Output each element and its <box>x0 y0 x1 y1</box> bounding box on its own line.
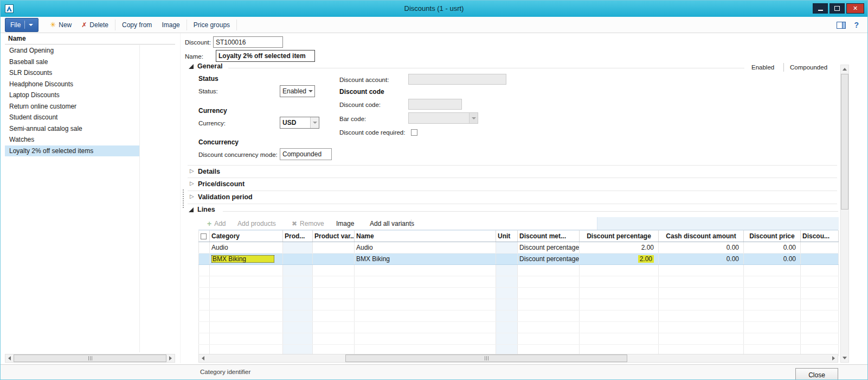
scroll-right-icon[interactable] <box>830 354 838 362</box>
table-row-empty[interactable] <box>199 265 839 276</box>
name-field[interactable]: Loyalty 2% off selected item <box>216 50 315 62</box>
select-all-cell[interactable] <box>199 231 210 242</box>
concurrency-mode-field[interactable]: Compounded <box>280 148 332 160</box>
scroll-down-icon[interactable] <box>841 354 848 362</box>
table-row-bmx-biking[interactable]: BMX Biking BMX Biking Discount percentag… <box>199 254 839 265</box>
table-row-empty[interactable] <box>199 311 839 322</box>
cell-name[interactable]: BMX Biking <box>355 254 496 265</box>
layout-pane-icon[interactable] <box>837 22 846 29</box>
discount-account-field[interactable] <box>408 74 506 85</box>
col-discount-method[interactable]: Discount met... <box>518 231 580 242</box>
table-row-empty[interactable] <box>199 299 839 311</box>
line-image-button[interactable]: Image <box>336 217 354 230</box>
scrollbar-thumb[interactable] <box>345 354 627 362</box>
table-row-empty[interactable] <box>199 322 839 333</box>
highlighted-percentage-value[interactable]: 2.00 <box>638 255 654 263</box>
sidebar-horizontal-scrollbar[interactable] <box>5 354 175 363</box>
row-select-cell[interactable] <box>199 254 210 265</box>
cell-discount-percentage[interactable]: 2.00 <box>580 242 659 254</box>
table-row-empty[interactable] <box>199 333 839 345</box>
table-row-empty[interactable] <box>199 276 839 288</box>
sidebar-item-student-discount[interactable]: Student discount <box>5 112 139 123</box>
status-dropdown[interactable]: Enabled <box>280 85 315 97</box>
cell-category[interactable]: BMX Biking <box>210 254 283 265</box>
help-icon[interactable]: ? <box>854 21 859 29</box>
col-discount-percentage[interactable]: Discount percentage <box>580 231 659 242</box>
image-button[interactable]: Image <box>157 18 184 31</box>
chevron-down-icon[interactable] <box>306 86 314 97</box>
scroll-up-icon[interactable] <box>841 65 848 73</box>
cell-product-variant[interactable] <box>313 254 355 265</box>
table-row-audio[interactable]: Audio Audio Discount percentage 2.00 0.0… <box>199 242 839 254</box>
add-line-button[interactable]: + Add <box>207 217 226 230</box>
cell-discount-price[interactable]: 0.00 <box>744 242 801 254</box>
bar-code-dropdown[interactable] <box>408 112 478 124</box>
minimize-button[interactable] <box>813 3 828 14</box>
scrollbar-thumb[interactable] <box>14 354 166 362</box>
sidebar-item-headphone-discounts[interactable]: Headphone Discounts <box>5 79 139 90</box>
section-validation-period[interactable]: ▷ Validation period <box>188 191 837 204</box>
general-expander-icon[interactable] <box>189 64 194 69</box>
new-button[interactable]: ✳ New <box>45 18 76 31</box>
cell-discount-percentage[interactable]: 2.00 <box>580 254 659 265</box>
col-category[interactable]: Category <box>210 231 283 242</box>
file-menu-button[interactable]: File <box>5 18 38 32</box>
validation-period-expander-icon[interactable]: ▷ <box>190 194 194 199</box>
sidebar-item-semi-annual-catalog-sale[interactable]: Semi-annual catalog sale <box>5 123 139 135</box>
chevron-down-icon[interactable] <box>469 113 478 123</box>
sidebar-item-watches[interactable]: Watches <box>5 134 139 145</box>
scroll-right-icon[interactable] <box>166 354 175 362</box>
highlighted-category-value[interactable]: BMX Biking <box>211 255 274 263</box>
price-discount-expander-icon[interactable]: ▷ <box>190 181 194 186</box>
col-name[interactable]: Name <box>355 231 496 242</box>
section-lines-title[interactable]: Lines <box>197 206 215 213</box>
sidebar-item-return-online-customer[interactable]: Return online customer <box>5 101 139 112</box>
cell-discount-price[interactable]: 0.00 <box>744 254 801 265</box>
cell-name[interactable]: Audio <box>355 242 496 254</box>
col-discount-price[interactable]: Discount price <box>744 231 801 242</box>
sidebar-item-baseball-sale[interactable]: Baseball sale <box>5 56 139 68</box>
cell-discount-method[interactable]: Discount percentage <box>518 242 580 254</box>
cell-unit[interactable] <box>496 242 518 254</box>
col-product[interactable]: Prod... <box>283 231 313 242</box>
section-price-discount[interactable]: ▷ Price/discount <box>188 178 837 191</box>
cell-discount-cut[interactable] <box>801 254 839 265</box>
cell-discount-method[interactable]: Discount percentage <box>518 254 580 265</box>
currency-dropdown[interactable]: USD <box>280 117 319 129</box>
add-all-variants-button[interactable]: Add all variants <box>370 217 414 230</box>
row-select-cell[interactable] <box>199 242 210 254</box>
grid-horizontal-scrollbar[interactable] <box>198 354 838 363</box>
discount-code-field[interactable] <box>408 99 462 110</box>
scroll-left-icon[interactable] <box>199 354 207 362</box>
col-unit[interactable]: Unit <box>496 231 518 242</box>
section-general-title[interactable]: General <box>197 62 223 70</box>
cell-product[interactable] <box>283 242 313 254</box>
cell-cash-discount-amount[interactable]: 0.00 <box>659 242 744 254</box>
col-cash-discount-amount[interactable]: Cash discount amount <box>659 231 744 242</box>
copy-from-button[interactable]: Copy from <box>117 18 157 31</box>
sidebar-item-laptop-discounts[interactable]: Laptop Discounts <box>5 90 139 101</box>
close-button[interactable]: ✕ <box>846 3 864 14</box>
close-form-button[interactable]: Close <box>795 368 838 380</box>
cell-category[interactable]: Audio <box>210 242 283 254</box>
select-all-checkbox[interactable] <box>201 233 207 239</box>
delete-button[interactable]: ✗ Delete <box>76 18 113 31</box>
discount-field[interactable]: ST100016 <box>213 36 283 48</box>
splitter-grip[interactable] <box>183 189 184 208</box>
section-details[interactable]: ▷ Details <box>188 165 837 178</box>
col-discount-cut[interactable]: Discou... <box>801 231 839 242</box>
sidebar-item-loyalty-2-off-selected-items[interactable]: Loyalty 2% off selected items <box>5 145 139 157</box>
col-product-variant[interactable]: Product var... <box>313 231 355 242</box>
discount-code-required-checkbox[interactable] <box>411 129 417 136</box>
sidebar-item-slr-discounts[interactable]: SLR Discounts <box>5 67 139 79</box>
maximize-button[interactable] <box>830 3 845 14</box>
lines-expander-icon[interactable] <box>189 207 194 212</box>
table-row-empty[interactable] <box>199 288 839 299</box>
add-products-button[interactable]: Add products <box>237 217 276 230</box>
form-vertical-scrollbar[interactable] <box>840 65 849 363</box>
scrollbar-thumb[interactable] <box>841 74 848 210</box>
cell-cash-discount-amount[interactable]: 0.00 <box>659 254 744 265</box>
cell-product[interactable] <box>283 254 313 265</box>
chevron-down-icon[interactable] <box>310 117 319 128</box>
cell-product-variant[interactable] <box>313 242 355 254</box>
